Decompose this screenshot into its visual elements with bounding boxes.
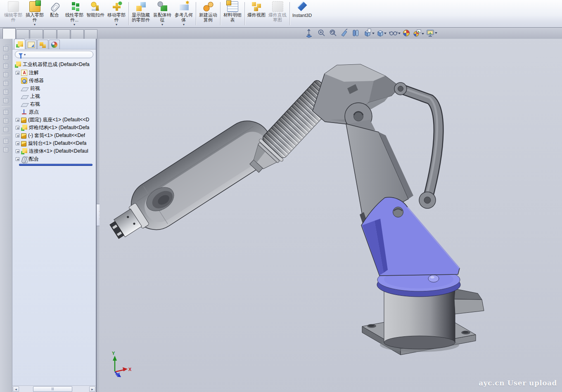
tab-flow-simulation[interactable] — [71, 29, 84, 39]
tab-sketch[interactable] — [30, 29, 43, 39]
expand-toggle[interactable] — [16, 149, 19, 153]
expand-toggle[interactable] — [16, 126, 19, 130]
view-bottom-icon[interactable] — [2, 87, 10, 95]
tree-item-icon — [21, 148, 27, 154]
view-front-icon[interactable] — [2, 44, 10, 52]
tree-item-sleeve[interactable]: (-) 套筒<1> (Default<<Def — [15, 132, 96, 139]
view-modes-icon[interactable] — [378, 31, 387, 36]
insert-component-button[interactable]: 插入零部件 ▾ — [24, 1, 45, 27]
scroll-left-arrow[interactable]: ◄ — [13, 386, 19, 392]
copy-appearance-icon[interactable] — [2, 136, 10, 144]
paste-appearance-icon[interactable] — [2, 145, 10, 153]
mate-button[interactable]: 配合 ▾ — [45, 1, 64, 27]
toolbar-button-label: 材料明细表 — [223, 12, 242, 22]
tree-horizontal-scrollbar[interactable]: ◄ ► — [12, 385, 96, 392]
tab-layout[interactable] — [16, 29, 29, 39]
zoom-to-area-icon[interactable] — [319, 30, 325, 36]
dropdown-caret-icon[interactable]: ▾ — [34, 23, 36, 26]
expand-toggle[interactable] — [16, 71, 19, 75]
tree-item-label: 配合 — [29, 156, 39, 163]
tree-item-rotary-table[interactable]: 旋转台<1> (Default<<Defa — [15, 139, 96, 147]
base-cylinder[interactable] — [380, 288, 459, 352]
previous-view-icon[interactable] — [330, 30, 337, 36]
view-back-icon[interactable] — [2, 52, 10, 60]
display-style-icon[interactable] — [365, 29, 375, 36]
featuremanager-tab[interactable] — [14, 39, 25, 49]
new-motion-study-button[interactable]: 新建运动算例 ▾ — [197, 1, 219, 27]
tree-item-icon — [21, 156, 27, 162]
tab-evaluate[interactable] — [43, 29, 57, 39]
tree-item-base[interactable]: (固定) 底座<1> (Default<<D — [15, 116, 96, 124]
graphics-viewport[interactable]: Y X ayc.cn User upload — [100, 39, 562, 392]
sketch-icon[interactable] — [2, 107, 10, 115]
smart-fasteners-button[interactable]: 智能扣件 ▾ — [85, 1, 106, 27]
toolbar-button-icon — [135, 1, 147, 12]
triad-x-label: X — [128, 367, 132, 372]
rollback-bar[interactable] — [19, 164, 92, 166]
panel-splitter[interactable]: ◄◄◄ — [96, 39, 100, 392]
toolbar-button-icon — [251, 1, 262, 12]
toolbar-button-label: 爆炸视图 — [247, 12, 266, 17]
command-manager-toolbar: 编辑零部件 ▾ 插入零部件 ▾ 配合 ▾ 线性零部件... ▾ 智能扣件 ▾ 移… — [0, 0, 562, 28]
tree-item-connector[interactable]: 连接体<1> (Default<Defaul — [15, 147, 96, 155]
tree-item-icon — [21, 87, 29, 91]
robot-arm-model[interactable]: Y X — [100, 39, 562, 392]
view-left-icon[interactable] — [2, 61, 10, 69]
view-right-icon[interactable] — [2, 70, 10, 78]
filter-caret-icon[interactable]: ▾ — [24, 53, 26, 57]
move-component-button[interactable]: 移动零部件 ▾ — [106, 1, 127, 27]
watermark: ayc.cn User upload — [479, 379, 557, 387]
configurationmanager-tab[interactable] — [37, 40, 48, 49]
tree-item-origin[interactable]: 原点 — [15, 108, 96, 116]
base-fin[interactable] — [454, 289, 484, 314]
expand-toggle[interactable] — [16, 134, 19, 137]
zoom-to-fit-icon[interactable] — [306, 29, 312, 38]
dropdown-caret-icon[interactable]: ▾ — [74, 23, 75, 26]
tree-item-weld-gun-structure[interactable]: 焊枪结构<1> (Default<Defa — [15, 124, 96, 132]
dropdown-caret-icon[interactable]: ▾ — [183, 23, 185, 26]
tree-item-front-plane[interactable]: 前视 — [15, 85, 96, 92]
dropdown-caret-icon[interactable]: ▾ — [161, 23, 163, 26]
expand-toggle[interactable] — [16, 157, 19, 161]
hide-show-items-icon[interactable] — [389, 32, 401, 35]
scrollbar-thumb[interactable] — [33, 386, 72, 392]
bill-of-materials-button[interactable]: 材料明细表 ▾ — [222, 1, 243, 27]
tree-item-top-plane[interactable]: 上视 — [15, 92, 96, 100]
view-orientation-icon[interactable] — [353, 30, 358, 36]
section-view-icon[interactable] — [341, 29, 347, 36]
displaymanager-tab[interactable] — [49, 40, 60, 49]
forearm-body[interactable] — [101, 112, 281, 253]
tab-assembly[interactable] — [2, 28, 16, 39]
tree-item-mates[interactable]: 配合 — [15, 155, 96, 163]
tree-item-right-plane[interactable]: 右视 — [15, 100, 96, 108]
scroll-right-arrow[interactable]: ► — [89, 386, 95, 392]
expand-toggle[interactable] — [16, 142, 19, 145]
instant3d-button[interactable]: Instant3D ▾ — [291, 1, 313, 27]
propertymanager-tab[interactable] — [26, 40, 37, 49]
view-isometric-icon[interactable] — [2, 96, 10, 104]
assembly-features-button[interactable]: 装配体特征 ▾ — [152, 1, 173, 27]
exploded-view-button[interactable]: 爆炸视图 ▾ — [246, 1, 267, 27]
component-link-icon[interactable] — [2, 125, 10, 132]
edit-appearance-icon[interactable] — [403, 30, 410, 36]
view-settings-icon[interactable] — [427, 30, 437, 36]
apply-scene-icon[interactable] — [414, 30, 424, 36]
3d-sketch-icon[interactable] — [2, 116, 10, 124]
reference-geometry-button[interactable]: 参考几何体 ▾ — [173, 1, 194, 27]
linear-component-pattern-button[interactable]: 线性零部件... ▾ — [64, 1, 85, 27]
tree-item-annotations[interactable]: 注解 — [15, 69, 96, 77]
rotary-bracket[interactable] — [361, 197, 460, 276]
tree-filter-input[interactable]: ▾ — [15, 51, 93, 58]
edit-component-button[interactable]: 编辑零部件 ▾ — [2, 1, 24, 27]
tab-office-products[interactable] — [57, 29, 70, 39]
show-hidden-components-button[interactable]: 显示隐藏的零部件 ▾ — [130, 1, 152, 27]
expand-toggle[interactable] — [16, 118, 19, 122]
view-top-icon[interactable] — [2, 78, 10, 86]
toolbar-button-label: 爆炸直线草图 — [268, 12, 287, 22]
explode-line-sketch-button[interactable]: 爆炸直线草图 ▾ — [267, 1, 288, 27]
dropdown-caret-icon[interactable]: ▾ — [116, 23, 117, 26]
tree-root-assembly[interactable]: 工业机器臂总成 (Default<Defa — [15, 61, 96, 68]
tree-item-sensors[interactable]: 传感器 — [15, 77, 96, 85]
tree-item-label: 传感器 — [29, 77, 44, 84]
tab-simulation[interactable] — [84, 29, 97, 39]
